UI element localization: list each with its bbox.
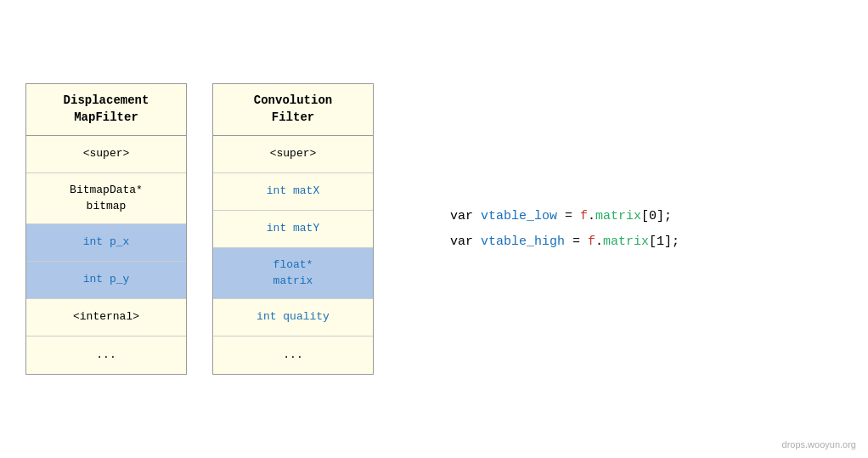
- row-maty: int matY: [213, 211, 373, 248]
- class-box-convolution: ConvolutionFilter <super> int matX int m…: [212, 83, 374, 374]
- row-quality: int quality: [213, 299, 373, 336]
- row-py: int p_y: [26, 262, 186, 299]
- code-eq-1: =: [557, 209, 580, 223]
- row-dots-1: ...: [26, 336, 186, 374]
- code-vtable-low: vtable_low: [481, 209, 557, 223]
- code-line-1: var vtable_low = f.matrix[0];: [450, 204, 679, 229]
- code-block: var vtable_low = f.matrix[0]; var vtable…: [450, 204, 679, 255]
- row-super-2: <super>: [213, 136, 373, 173]
- diagram-container: DisplacementMapFilter <super> BitmapData…: [25, 83, 679, 374]
- code-f-2: f: [588, 235, 595, 249]
- code-idx-1: [0];: [641, 209, 672, 223]
- row-dots-2: ...: [213, 336, 373, 374]
- class-box-displacement: DisplacementMapFilter <super> BitmapData…: [25, 83, 187, 374]
- row-matrix: float*matrix: [213, 248, 373, 299]
- row-super-1: <super>: [26, 136, 186, 173]
- code-matrix-2: matrix: [603, 235, 649, 249]
- code-vtable-high: vtable_high: [481, 235, 565, 249]
- code-matrix-1: matrix: [595, 209, 641, 223]
- code-eq-2: =: [565, 235, 588, 249]
- code-dot-1: .: [588, 209, 595, 223]
- code-var-2: var: [450, 235, 481, 249]
- class-header-displacement: DisplacementMapFilter: [26, 84, 186, 135]
- class-header-convolution: ConvolutionFilter: [213, 84, 373, 135]
- row-internal: <internal>: [26, 299, 186, 336]
- row-matx: int matX: [213, 173, 373, 211]
- code-var-1: var: [450, 209, 481, 223]
- row-bitmap: BitmapData*bitmap: [26, 173, 186, 224]
- row-px: int p_x: [26, 224, 186, 262]
- watermark: drops.wooyun.org: [782, 439, 856, 450]
- code-idx-2: [1];: [649, 235, 679, 249]
- code-line-2: var vtable_high = f.matrix[1];: [450, 229, 679, 255]
- code-dot-2: .: [595, 235, 603, 249]
- code-f-1: f: [580, 209, 588, 223]
